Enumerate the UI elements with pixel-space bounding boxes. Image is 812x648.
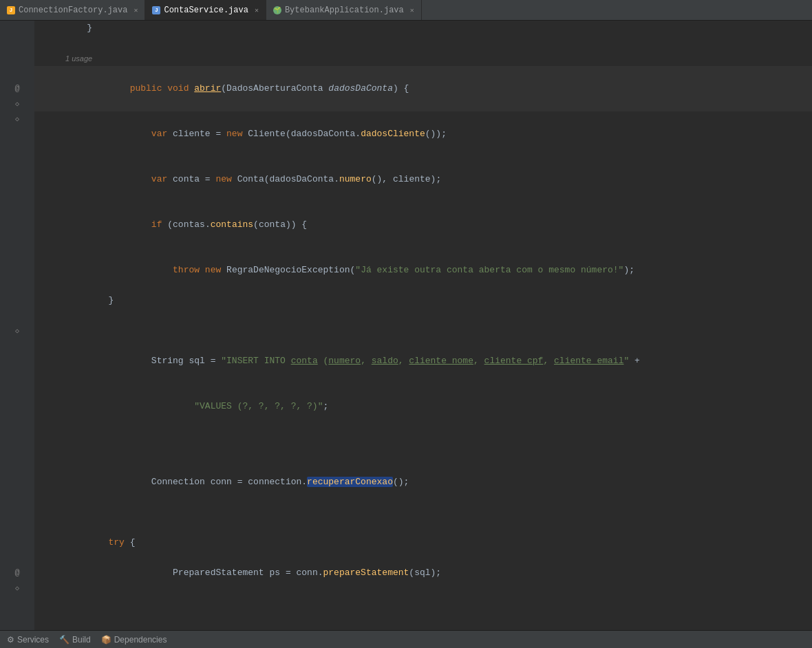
gutter-diamond-3: ◇ [0,323,34,338]
tab-label: ConnectionFactory.java [19,6,127,15]
gutter-row-28 [0,429,34,444]
gutter-row-12 [0,187,34,202]
gutter-annotation-2: @ [0,565,34,581]
tab-label-active: ContaService.java [164,6,248,15]
gutter-diamond-4: ◇ [0,581,34,596]
gutter-row-19 [0,293,34,308]
tab-contaservice[interactable]: J ContaService.java ✕ [145,0,266,20]
gutter-row-32 [0,490,34,505]
gutter-diamond-2: ◇ [0,111,34,127]
gutter-row-25 [0,384,34,399]
code-line-conta: var conta = new Conta(dadosDaConta.numer… [34,157,812,202]
dependencies-button[interactable]: 📦 Dependencies [101,635,167,645]
code-line-blank6 [34,520,812,535]
build-button[interactable]: 🔨 Build [59,635,91,645]
tab-close-contaservice[interactable]: ✕ [255,6,259,14]
gutter-annotation-1: @ [0,81,34,96]
code-line-if: if (contas.contains(conta)) { [34,202,812,248]
gutter-row-9 [0,142,34,157]
code-line-close-if: } [34,293,812,308]
gutter-row-31 [0,475,34,490]
gutter-row-22 [0,338,34,354]
gutter-row-35 [0,535,34,550]
gutter-row-27 [0,414,34,429]
gutter-row-15 [0,233,34,248]
tab-bar: J ConnectionFactory.java ✕ J ContaServic… [0,0,812,21]
gutter-diamond-1: ◇ [0,96,34,111]
gutter-row-29 [0,444,34,460]
gutter-row-2 [0,36,34,51]
usage-hint-line-1: 1 usage [34,51,812,66]
build-label: Build [72,635,91,645]
java-icon-active: J [152,6,160,14]
code-line-blank3 [34,429,812,444]
gutter-row-17 [0,263,34,278]
dependencies-icon: 📦 [101,635,111,645]
code-line-sql1: String sql = "INSERT INTO conta (numero,… [34,338,812,384]
tab-close-connectionfactory[interactable]: ✕ [133,6,138,14]
gutter-row-3 [0,51,34,66]
tab-close-bytebankapp[interactable]: ✕ [410,6,414,14]
code-line-blank1 [34,308,812,323]
gutter-row-39 [0,596,34,611]
gutter-row-14 [0,217,34,233]
code-line-cliente: var cliente = new Cliente(dadosDaConta.d… [34,111,812,157]
services-icon: ⚙ [7,635,14,645]
code-line-blank2 [34,323,812,338]
gutter-row-11 [0,172,34,187]
code-line-ps-decl: PreparedStatement ps = conn.prepareState… [34,550,812,596]
gutter-row-1 [0,21,34,36]
code-line-try: try { [34,535,812,550]
code-line-sql2: "VALUES (?, ?, ?, ?, ?)"; [34,384,812,429]
dependencies-label: Dependencies [114,635,167,645]
gutter-row-24 [0,369,34,384]
status-bar: ⚙ Services 🔨 Build 📦 Dependencies [0,630,812,648]
tab-connectionfactory[interactable]: J ConnectionFactory.java ✕ [0,0,145,20]
gutter-row-30 [0,460,34,475]
gutter-row-13 [0,202,34,217]
code-line-blank8 [34,611,812,626]
gutter-row-10 [0,157,34,172]
code-line-conn: Connection conn = connection.recuperarCo… [34,460,812,505]
code-line-blank5 [34,505,812,520]
code-line-throw: throw new RegraDeNegocioException("Já ex… [34,248,812,293]
gutter-row-16 [0,248,34,263]
build-icon: 🔨 [59,635,70,645]
services-button[interactable]: ⚙ Services [7,635,49,645]
code-line [34,36,812,51]
code-area[interactable]: } 1 usage public void abrir(DadosAbertur… [34,21,812,630]
code-line: } [34,21,812,36]
services-label: Services [17,635,49,645]
tab-bytebankapp[interactable]: 🌱 BytebankApplication.java ✕ [266,0,422,20]
gutter-row-26 [0,399,34,414]
code-line-blank4 [34,444,812,460]
gutter-row-40 [0,611,34,626]
gutter-row-4 [0,66,34,81]
gutter-row-8 [0,127,34,142]
gutter-row-36 [0,550,34,565]
method-decl-line: public void abrir(DadosAberturaConta dad… [34,66,812,111]
code-line-blank7 [34,596,812,611]
editor-wrapper: @ ◇ ◇ ◇ @ ◇ [0,21,812,630]
tab-label-bytebank: BytebankApplication.java [285,6,404,15]
gutter-row-34 [0,520,34,535]
gutter-row-20 [0,308,34,323]
gutter-row-23 [0,354,34,369]
spring-icon: 🌱 [273,6,281,14]
gutter-row-18 [0,278,34,293]
java-icon: J [7,6,15,14]
gutter-row-33 [0,505,34,520]
gutter: @ ◇ ◇ ◇ @ ◇ [0,21,34,630]
